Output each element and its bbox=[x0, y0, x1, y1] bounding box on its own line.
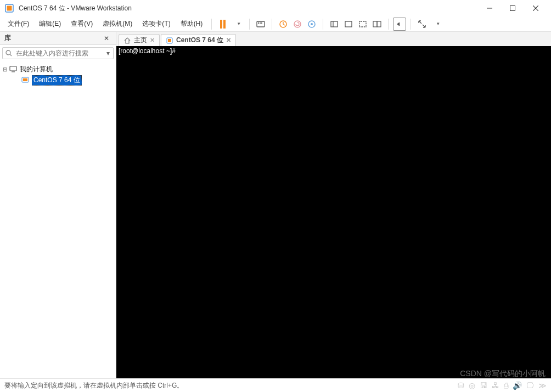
status-floppy-icon[interactable]: 🖫 bbox=[480, 381, 487, 390]
app-logo-icon bbox=[4, 3, 14, 13]
toolbar-separator bbox=[249, 19, 250, 30]
tree-item-label: CentOS 7 64 位 bbox=[32, 75, 82, 86]
search-dropdown[interactable]: ▾ bbox=[103, 49, 113, 57]
main-area: 库 ✕ ▾ ⊟ 我的计算机 bbox=[0, 32, 551, 379]
svg-point-21 bbox=[6, 50, 10, 55]
svg-rect-3 bbox=[510, 6, 515, 11]
toolbar-separator bbox=[411, 19, 411, 30]
svg-point-13 bbox=[311, 23, 313, 25]
svg-rect-18 bbox=[373, 21, 377, 27]
status-network-icon[interactable]: 🖧 bbox=[492, 381, 499, 390]
status-sound-icon[interactable]: 🔊 bbox=[513, 381, 522, 390]
vm-console[interactable]: [root@localhost ~]# bbox=[116, 46, 551, 378]
library-panel: 库 ✕ ▾ ⊟ 我的计算机 bbox=[0, 32, 116, 378]
stretch-group: ▼ bbox=[415, 18, 444, 31]
status-disk-icon[interactable]: ⛁ bbox=[458, 381, 464, 390]
svg-rect-14 bbox=[331, 21, 338, 27]
toolbar-separator bbox=[272, 19, 272, 30]
maximize-button[interactable] bbox=[502, 1, 524, 16]
menu-view[interactable]: 查看(V) bbox=[66, 18, 97, 30]
svg-rect-23 bbox=[10, 66, 16, 71]
menu-file[interactable]: 文件(F) bbox=[3, 18, 33, 30]
status-cd-icon[interactable]: ◎ bbox=[469, 381, 475, 390]
svg-rect-9 bbox=[261, 22, 262, 24]
svg-rect-16 bbox=[345, 21, 352, 27]
library-close-button[interactable]: ✕ bbox=[102, 35, 111, 42]
search-icon bbox=[3, 50, 15, 56]
tree-root-my-computer[interactable]: ⊟ 我的计算机 bbox=[1, 64, 115, 75]
status-message: 要将输入定向到该虚拟机，请在虚拟机内部单击或按 Ctrl+G。 bbox=[4, 381, 458, 390]
svg-rect-1 bbox=[7, 6, 12, 11]
toolbar-separator bbox=[211, 19, 212, 30]
window-title: CentOS 7 64 位 - VMware Workstation bbox=[19, 4, 479, 13]
svg-rect-19 bbox=[377, 21, 381, 27]
library-search: ▾ bbox=[2, 47, 114, 59]
power-group: ▼ bbox=[216, 18, 245, 31]
stretch-button[interactable] bbox=[415, 18, 429, 31]
tab-home[interactable]: 主页 ✕ bbox=[119, 34, 160, 46]
send-ctrl-alt-del-button[interactable] bbox=[254, 18, 267, 31]
svg-rect-7 bbox=[258, 22, 259, 24]
menu-vm[interactable]: 虚拟机(M) bbox=[98, 18, 137, 30]
tab-vm[interactable]: CentOS 7 64 位 ✕ bbox=[161, 34, 236, 46]
svg-point-11 bbox=[294, 21, 301, 27]
titlebar: CentOS 7 64 位 - VMware Workstation bbox=[0, 0, 551, 16]
snapshot-manager-button[interactable] bbox=[305, 18, 318, 31]
vm-icon bbox=[21, 77, 30, 83]
status-usb-icon[interactable]: ⎙ bbox=[504, 381, 508, 390]
library-title: 库 bbox=[4, 33, 102, 43]
tree-collapse-icon[interactable]: ⊟ bbox=[1, 66, 9, 72]
status-tray: ⛁ ◎ 🖫 🖧 ⎙ 🔊 🖵 ≫ bbox=[458, 381, 547, 390]
search-input[interactable] bbox=[15, 48, 103, 58]
pause-button[interactable] bbox=[216, 18, 229, 31]
menu-tabs[interactable]: 选项卡(T) bbox=[138, 18, 175, 30]
vm-tab-icon bbox=[166, 37, 173, 44]
stretch-dropdown[interactable]: ▼ bbox=[431, 18, 444, 31]
menubar: 文件(F) 编辑(E) 查看(V) 虚拟机(M) 选项卡(T) 帮助(H) ▼ … bbox=[0, 16, 551, 32]
view-thumbnail-button[interactable] bbox=[356, 18, 369, 31]
tab-strip: 主页 ✕ CentOS 7 64 位 ✕ bbox=[116, 32, 551, 46]
tree-item-centos[interactable]: CentOS 7 64 位 bbox=[13, 75, 115, 86]
tab-home-close[interactable]: ✕ bbox=[150, 37, 155, 44]
terminal-line: [root@localhost ~]# bbox=[119, 47, 176, 55]
menu-edit[interactable]: 编辑(E) bbox=[35, 18, 65, 30]
home-icon bbox=[123, 37, 131, 44]
svg-rect-17 bbox=[359, 21, 366, 27]
tree-root-label: 我的计算机 bbox=[20, 65, 53, 74]
snapshot-revert-button[interactable] bbox=[291, 18, 304, 31]
tab-vm-label: CentOS 7 64 位 bbox=[176, 36, 223, 45]
tab-home-label: 主页 bbox=[134, 36, 147, 45]
library-header: 库 ✕ bbox=[0, 32, 116, 45]
view-single-button[interactable] bbox=[328, 18, 341, 31]
minimize-button[interactable] bbox=[479, 1, 501, 16]
snapshot-take-button[interactable] bbox=[277, 18, 290, 31]
svg-rect-6 bbox=[257, 21, 265, 27]
menu-help[interactable]: 帮助(H) bbox=[176, 18, 207, 30]
svg-line-22 bbox=[10, 54, 12, 56]
svg-rect-8 bbox=[260, 22, 261, 24]
fullscreen-button[interactable] bbox=[393, 18, 406, 31]
content-area: 主页 ✕ CentOS 7 64 位 ✕ [root@localhost ~]# bbox=[116, 32, 551, 378]
window-controls bbox=[479, 1, 547, 16]
view-console-button[interactable] bbox=[342, 18, 355, 31]
svg-rect-26 bbox=[23, 78, 27, 81]
status-chevron-icon[interactable]: ≫ bbox=[538, 381, 547, 390]
close-button[interactable] bbox=[525, 1, 547, 16]
library-tree: ⊟ 我的计算机 CentOS 7 64 位 bbox=[0, 61, 116, 378]
toolbar-separator bbox=[323, 19, 323, 30]
unity-button[interactable] bbox=[370, 18, 384, 31]
toolbar-separator bbox=[388, 19, 389, 30]
computer-icon bbox=[9, 66, 18, 72]
svg-rect-28 bbox=[168, 39, 171, 42]
tab-vm-close[interactable]: ✕ bbox=[226, 37, 231, 44]
power-dropdown[interactable]: ▼ bbox=[232, 18, 245, 31]
statusbar: 要将输入定向到该虚拟机，请在虚拟机内部单击或按 Ctrl+G。 ⛁ ◎ 🖫 🖧 … bbox=[0, 379, 551, 392]
status-display-icon[interactable]: 🖵 bbox=[526, 381, 534, 390]
